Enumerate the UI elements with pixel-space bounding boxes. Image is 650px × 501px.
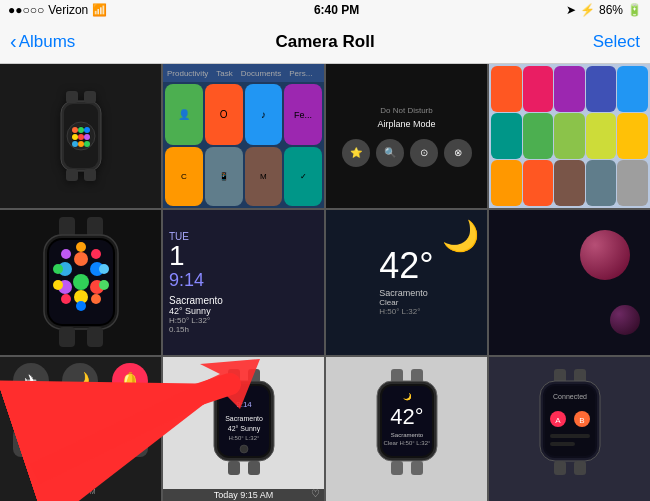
svg-text:42° Sunny: 42° Sunny (227, 425, 260, 433)
svg-rect-4 (84, 91, 96, 103)
watch-face-illustration (26, 217, 136, 347)
signal-dots: ●●○○○ (8, 3, 44, 17)
photo-r2c4[interactable] (489, 210, 650, 354)
svg-text:Sacramento: Sacramento (390, 432, 423, 438)
weather-highlow: H:50° L:32° (169, 316, 318, 325)
svg-rect-64 (411, 461, 423, 475)
svg-rect-3 (66, 91, 78, 103)
svg-text:🌙: 🌙 (402, 392, 411, 401)
nav-title: Camera Roll (275, 32, 374, 52)
svg-point-9 (78, 127, 84, 133)
watch-weather-illustration: 9:14 Sacramento 42° Sunny H:50° L:32° (204, 369, 284, 489)
photo-r2c2[interactable]: TUE 1 9:14 Sacramento 42° Sunny H:50° L:… (163, 210, 324, 354)
svg-point-23 (73, 274, 89, 290)
svg-point-14 (72, 141, 78, 147)
svg-point-34 (91, 294, 101, 304)
svg-point-24 (74, 252, 88, 266)
back-chevron-icon: ‹ (10, 31, 17, 51)
photo-grid: Productivity Task Documents Pers... 👤 O … (0, 64, 650, 501)
svg-point-36 (61, 294, 71, 304)
svg-text:9:14: 9:14 (236, 400, 252, 409)
svg-text:Clear H:50° L:32°: Clear H:50° L:32° (383, 440, 430, 446)
svg-rect-17 (59, 217, 75, 237)
svg-point-8 (72, 127, 78, 133)
svg-rect-6 (84, 169, 96, 181)
watch-illustration (36, 86, 126, 186)
svg-rect-40 (59, 327, 75, 347)
svg-point-32 (99, 264, 109, 274)
photo-r1c4[interactable] (489, 64, 650, 208)
photo-r3c2[interactable]: 9:14 Sacramento 42° Sunny H:50° L:32° To… (163, 357, 324, 501)
svg-point-30 (76, 242, 86, 252)
battery-label: 86% (599, 3, 623, 17)
svg-rect-63 (391, 461, 403, 475)
weather-city: Sacramento (169, 295, 318, 306)
select-button[interactable]: Select (593, 32, 640, 52)
svg-text:Connected: Connected (553, 393, 587, 400)
location-icon: ➤ (566, 3, 576, 17)
airplay-btn: ⬜ (88, 427, 148, 457)
svg-rect-52 (228, 461, 240, 475)
bell-btn: 🔔 (112, 363, 148, 399)
svg-point-12 (78, 134, 84, 140)
status-time: 6:40 PM (314, 3, 359, 17)
svg-point-39 (61, 249, 71, 259)
weather-temp: 42° Sunny (169, 306, 318, 316)
photo-r2c3[interactable]: 🌙 42° Sacramento Clear H:50° L:32° (326, 210, 487, 354)
svg-text:A: A (555, 416, 561, 425)
status-bar: ●●○○○ Verizon 📶 6:40 PM ➤ ⚡ 86% 🔋 (0, 0, 650, 20)
svg-point-37 (53, 280, 63, 290)
status-right: ➤ ⚡ 86% 🔋 (566, 3, 642, 17)
svg-rect-78 (574, 461, 586, 475)
status-left: ●●○○○ Verizon 📶 (8, 3, 107, 17)
svg-point-13 (84, 134, 90, 140)
watch-42-illustration: 🌙 42° Sacramento Clear H:50° L:32° (367, 369, 447, 489)
svg-point-16 (84, 141, 90, 147)
watch-connected-illustration: Connected A B (530, 369, 610, 489)
bluetooth-icon: ⚡ (580, 3, 595, 17)
nav-bar: ‹ Albums Camera Roll Select (0, 20, 650, 64)
svg-point-35 (76, 301, 86, 311)
photo-r3c4[interactable]: Connected A B (489, 357, 650, 501)
phone-btn: 📱 (13, 427, 73, 457)
svg-text:H:50° L:32°: H:50° L:32° (228, 435, 259, 441)
heart-icon: ♡ (311, 488, 320, 499)
back-button[interactable]: ‹ Albums (10, 32, 75, 52)
svg-point-10 (84, 127, 90, 133)
photo-r1c3[interactable]: Do Not Disturb Airplane Mode ⭐ 🔍 ⊙ ⊗ (326, 64, 487, 208)
carrier-label: Verizon (48, 3, 88, 17)
svg-rect-77 (554, 461, 566, 475)
svg-text:Sacramento: Sacramento (225, 415, 263, 422)
svg-point-38 (53, 264, 63, 274)
photo-r2c1[interactable] (0, 210, 161, 354)
svg-rect-76 (550, 442, 575, 446)
svg-point-51 (240, 445, 248, 453)
timestamp: Today 9:15 AM (163, 489, 324, 501)
svg-text:B: B (579, 416, 584, 425)
svg-rect-75 (550, 434, 590, 438)
wifi-icon: 📶 (92, 3, 107, 17)
battery-icon: 🔋 (627, 3, 642, 17)
svg-point-31 (91, 249, 101, 259)
svg-rect-41 (87, 327, 103, 347)
svg-point-15 (78, 141, 84, 147)
photo-r1c2[interactable]: Productivity Task Documents Pers... 👤 O … (163, 64, 324, 208)
back-label: Albums (19, 32, 76, 52)
photo-r1c1[interactable] (0, 64, 161, 208)
svg-point-33 (99, 280, 109, 290)
svg-rect-53 (248, 461, 260, 475)
svg-rect-18 (87, 217, 103, 237)
airplane-mode-btn: ✈ (13, 363, 49, 399)
moon-btn: 🌙 (62, 363, 98, 399)
svg-rect-5 (66, 169, 78, 181)
photo-r3c1[interactable]: ✈ 🌙 🔔 📱 ⬜ 12:54 PM (0, 357, 161, 501)
photo-r3c3[interactable]: 🌙 42° Sacramento Clear H:50° L:32° (326, 357, 487, 501)
svg-text:42°: 42° (390, 404, 423, 429)
svg-point-11 (72, 134, 78, 140)
